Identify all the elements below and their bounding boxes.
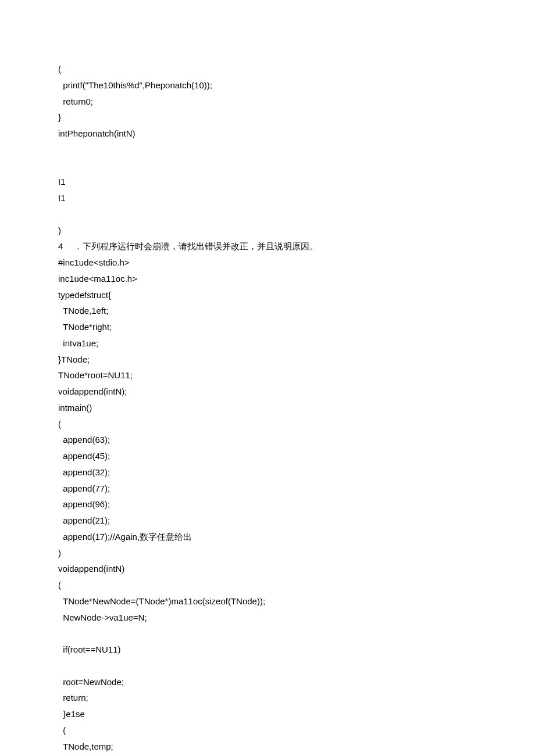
code-line: append(96); [58, 496, 477, 513]
code-line: append(17);//Again,数字任意给出 [58, 529, 477, 545]
code-line: if(root==NU11) [58, 642, 477, 658]
code-line: append(77); [58, 481, 477, 497]
code-line: TNode,temp; [58, 739, 477, 755]
code-line: ( [58, 61, 477, 77]
blank-line [58, 142, 477, 158]
code-line: inc1ude<ma11oc.h> [58, 271, 477, 287]
blank-line [58, 206, 477, 223]
code-line: typedefstruct{ [58, 287, 477, 303]
question-text: ．下列程序运行时会崩溃，请找出错误并改正，并且说明原因。 [74, 241, 318, 251]
code-line: ( [58, 416, 477, 432]
code-line: }TNode; [58, 352, 477, 368]
code-line: root=NewNode; [58, 674, 477, 690]
code-line: append(45); [58, 448, 477, 464]
code-line: intPheponatch(intN) [58, 126, 477, 142]
blank-line [58, 658, 477, 674]
code-line: voidappend(intN); [58, 384, 477, 400]
code-line: TNode*NewNode=(TNode*)ma11oc(sizeof(TNod… [58, 593, 477, 610]
code-line: append(63); [58, 432, 477, 448]
code-line: intmain() [58, 400, 477, 416]
code-line: printf("The10this%d",Pheponatch(10)); [58, 77, 477, 94]
code-line: ) [58, 223, 477, 239]
code-line: voidappend(intN) [58, 561, 477, 577]
code-line: append(21); [58, 513, 477, 529]
code-line: TNode*root=NU11; [58, 367, 477, 384]
code-line: ) [58, 545, 477, 561]
blank-line [58, 625, 477, 642]
question-number: 4 [58, 238, 74, 255]
code-line: TNode*right; [58, 319, 477, 335]
code-line: TNode,1eft; [58, 303, 477, 319]
code-line: NewNode->va1ue=N; [58, 610, 477, 626]
code-line: } [58, 109, 477, 126]
code-line: I1 [58, 190, 477, 206]
code-line: return0; [58, 94, 477, 110]
code-line: return; [58, 690, 477, 706]
code-line: }e1se [58, 706, 477, 722]
code-line: ( [58, 722, 477, 739]
code-line: intva1ue; [58, 335, 477, 352]
code-line: ( [58, 577, 477, 593]
document-page: ( printf("The10this%d",Pheponatch(10)); … [0, 0, 535, 756]
code-line: #inc1ude<stdio.h> [58, 255, 477, 271]
code-line: append(32); [58, 464, 477, 481]
question-4: 4．下列程序运行时会崩溃，请找出错误并改正，并且说明原因。 [58, 238, 477, 255]
code-line: I1 [58, 174, 477, 190]
blank-line [58, 158, 477, 174]
